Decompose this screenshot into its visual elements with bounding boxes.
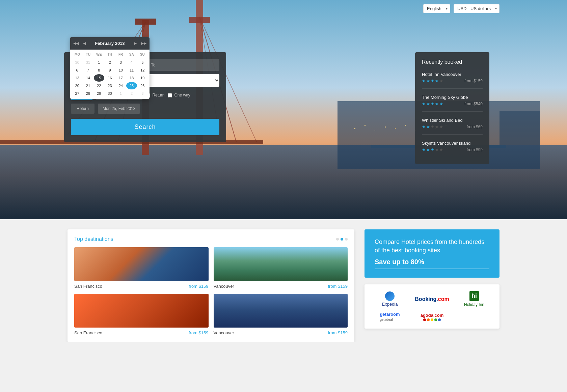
calendar-day-23[interactable]: 23	[105, 82, 115, 89]
calendar-day-8[interactable]: 8	[94, 66, 104, 74]
calendar-day-9[interactable]: 9	[105, 66, 115, 74]
calendar-day-17[interactable]: 17	[115, 74, 126, 82]
calendar-day-11[interactable]: 11	[126, 66, 137, 74]
svg-rect-17	[385, 127, 386, 128]
calendar-next-year[interactable]: ▶▶	[140, 40, 148, 46]
calendar-day-14[interactable]: 14	[83, 74, 93, 82]
dest-price-city1: from $159	[189, 330, 209, 335]
agoda-dots	[423, 318, 441, 321]
calendar-prev-year[interactable]: ◀◀	[72, 40, 80, 46]
currency-selector[interactable]: USD - US dollars	[454, 4, 500, 13]
calendar-day-3[interactable]: 3	[137, 90, 148, 97]
calendar-day-30[interactable]: 30	[105, 90, 115, 97]
svg-rect-19	[405, 125, 406, 126]
star-1-1: ★	[422, 102, 426, 106]
dest-card-sf[interactable]: San Francisco from $159	[74, 247, 209, 289]
star-3-3: ★	[431, 147, 434, 152]
calendar-day-1[interactable]: 1	[115, 90, 126, 97]
one-way-label[interactable]: One way	[174, 93, 190, 97]
return-date-button[interactable]: Mon 25, Feb 2013	[98, 104, 140, 114]
dest-card-city2[interactable]: Vancouver from $159	[214, 294, 348, 335]
star-0-2: ★	[426, 79, 430, 83]
star-2-1: ★	[422, 124, 426, 129]
search-button[interactable]: Search	[71, 119, 219, 135]
svg-rect-25	[500, 111, 540, 145]
calendar-day-31[interactable]: 31	[83, 59, 93, 66]
dest-dot-2[interactable]	[341, 238, 343, 241]
recently-booked-title: Recently booked	[422, 59, 483, 65]
calendar-day-15[interactable]: 15	[94, 74, 104, 82]
calendar-day-4[interactable]: 4	[126, 59, 137, 66]
booking-item-1[interactable]: The Morning Sky Globe★★★★★from $540	[422, 95, 483, 112]
dest-card-van[interactable]: Vancouver from $159	[214, 247, 348, 289]
language-selector[interactable]: English	[423, 4, 450, 13]
dest-dot-1[interactable]	[336, 238, 339, 241]
dest-name-city2: Vancouver	[214, 330, 234, 335]
one-way-checkbox[interactable]	[168, 93, 172, 97]
calendar-day-27[interactable]: 27	[72, 90, 82, 97]
cal-header-sa: SA	[126, 51, 137, 58]
calendar-day-2[interactable]: 2	[126, 90, 137, 97]
calendar-day-28[interactable]: 28	[83, 90, 93, 97]
calendar-day-13[interactable]: 13	[72, 74, 82, 82]
booking-stars-0: ★★★★★	[422, 79, 443, 83]
star-1-3: ★	[431, 102, 434, 106]
dest-card-city1[interactable]: San Francisco from $159	[74, 294, 209, 335]
star-1-5: ★	[439, 102, 443, 106]
calendar-day-30[interactable]: 30	[72, 59, 82, 66]
calendar-day-25[interactable]: 25	[126, 82, 137, 89]
calendar-day-19[interactable]: 19	[137, 74, 148, 82]
svg-rect-3	[135, 19, 156, 25]
dest-name-van: Vancouver	[214, 284, 234, 289]
star-3-5: ★	[439, 147, 443, 152]
booking-item-3[interactable]: Skylifts Vancouver Island★★★★★from $99	[422, 141, 483, 157]
return-checkbox-label[interactable]: Return	[152, 93, 164, 97]
star-0-3: ★	[431, 79, 434, 83]
calendar-day-1[interactable]: 1	[94, 59, 104, 66]
calendar-day-29[interactable]: 29	[94, 90, 104, 97]
expedia-label: Expedia	[382, 302, 398, 307]
partners-grid: Expedia Booking.com hi Holiday Inn getar…	[364, 284, 500, 329]
calendar-day-18[interactable]: 18	[126, 74, 137, 82]
calendar-prev-month[interactable]: ◀	[82, 40, 87, 46]
calendar-day-5[interactable]: 5	[137, 59, 148, 66]
calendar-next-month[interactable]: ▶	[133, 40, 138, 46]
calendar-day-12[interactable]: 12	[137, 66, 148, 74]
dest-info-van: Vancouver from $159	[214, 284, 348, 289]
agoda-label: agoda.com	[421, 313, 444, 318]
booking-item-0[interactable]: Hotel Inn Vancouver★★★★★from $159	[422, 72, 483, 89]
booking-name-1: The Morning Sky Globe	[422, 95, 483, 100]
calendar-day-26[interactable]: 26	[137, 82, 148, 89]
dest-price-sf: from $159	[189, 284, 209, 289]
calendar-day-2[interactable]: 2	[105, 59, 115, 66]
booking-name-3: Skylifts Vancouver Island	[422, 141, 483, 146]
star-2-3: ★	[431, 124, 434, 129]
calendar-day-21[interactable]: 21	[83, 82, 93, 89]
calendar-day-22[interactable]: 22	[94, 82, 104, 89]
holiday-inn-box: hi	[469, 291, 479, 301]
currency-select[interactable]: USD - US dollars	[454, 4, 500, 13]
dest-dot-3[interactable]	[345, 238, 348, 241]
dest-info-city2: Vancouver from $159	[214, 330, 348, 335]
star-0-4: ★	[435, 79, 439, 83]
calendar-day-24[interactable]: 24	[115, 82, 126, 89]
booking-name-0: Hotel Inn Vancouver	[422, 72, 483, 77]
cal-header-su: SU	[137, 51, 148, 58]
calendar-day-16[interactable]: 16	[105, 74, 115, 82]
to-input[interactable]	[147, 59, 219, 71]
calendar-day-20[interactable]: 20	[72, 82, 82, 89]
destinations-title: Top destinations	[74, 236, 113, 242]
calendar-day-6[interactable]: 6	[72, 66, 82, 74]
booking-item-2[interactable]: Whistler Ski and Bed★★★★★from $69	[422, 118, 483, 135]
cal-header-we: WE	[93, 51, 104, 58]
language-select[interactable]: English	[423, 4, 450, 13]
calendar-day-7[interactable]: 7	[83, 66, 93, 74]
dest-info-sf: San Francisco from $159	[74, 284, 209, 289]
calendar-day-10[interactable]: 10	[115, 66, 126, 74]
agoda-dot-3	[431, 318, 433, 321]
star-0-1: ★	[422, 79, 426, 83]
calendar-day-3[interactable]: 3	[115, 59, 126, 66]
svg-rect-14	[354, 128, 355, 129]
to-input-group	[147, 59, 219, 71]
dest-price-van: from $159	[328, 284, 348, 289]
